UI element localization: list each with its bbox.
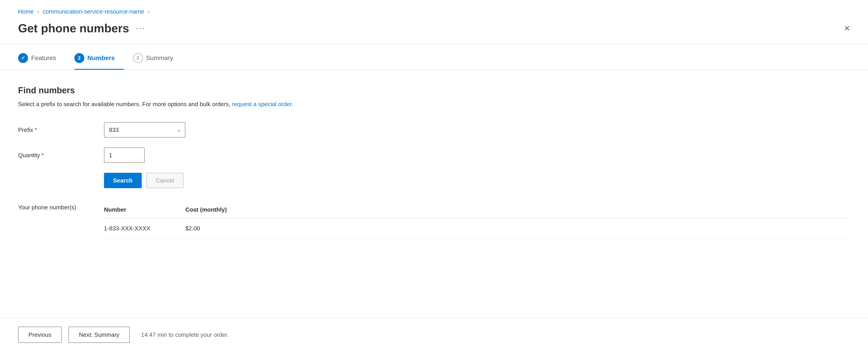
phone-number-cell: 1-833-XXX-XXXX — [104, 225, 185, 232]
find-numbers-description: Select a prefix to search for available … — [18, 100, 850, 109]
prefix-select-wrapper: 833 800 844 855 866 877 888 ⌄ — [104, 122, 185, 137]
breadcrumb-sep-1: › — [37, 9, 39, 15]
phone-cost-cell: $2.00 — [185, 225, 267, 232]
next-summary-button[interactable]: Next: Summary — [68, 327, 130, 343]
tab-summary[interactable]: 3 Summary — [133, 47, 182, 69]
tab-numbers-label: Numbers — [88, 55, 115, 62]
prefix-select[interactable]: 833 800 844 855 866 877 888 — [104, 122, 185, 137]
table-row: 1-833-XXX-XXXX $2.00 — [104, 218, 850, 239]
cancel-button[interactable]: Cancel — [146, 173, 184, 188]
quantity-control — [104, 148, 217, 163]
page-title-left: Get phone numbers ··· — [18, 22, 145, 35]
tab-features-label: Features — [31, 55, 56, 62]
quantity-input[interactable] — [104, 148, 145, 163]
tab-summary-label: Summary — [146, 55, 173, 62]
main-content: Find numbers Select a prefix to search f… — [0, 70, 868, 318]
col-number-header: Number — [104, 206, 185, 213]
header-divider — [0, 44, 868, 44]
tab-numbers-circle: 2 — [74, 53, 84, 63]
phone-numbers-section: Your phone number(s) Number Cost (monthl… — [18, 202, 850, 239]
page-container: Home › communication-service-resource-na… — [0, 0, 868, 351]
find-numbers-desc-plain: Select a prefix to search for available … — [18, 101, 232, 107]
page-title: Get phone numbers — [18, 22, 129, 35]
col-cost-header: Cost (monthly) — [185, 206, 267, 213]
prefix-required: * — [35, 126, 37, 133]
ellipsis-button[interactable]: ··· — [136, 24, 145, 32]
tab-features-circle: ✓ — [18, 53, 28, 63]
footer: Previous Next: Summary 14:47 min to comp… — [0, 318, 868, 351]
prefix-label: Prefix * — [18, 126, 104, 133]
find-numbers-title: Find numbers — [18, 86, 850, 95]
search-button[interactable]: Search — [104, 173, 142, 188]
quantity-label: Quantity * — [18, 152, 104, 159]
breadcrumb-resource[interactable]: communication-service-resource-name — [43, 8, 144, 15]
page-title-row: Get phone numbers ··· × — [18, 22, 850, 35]
quantity-row: Quantity * — [18, 148, 850, 163]
prefix-control: 833 800 844 855 866 877 888 ⌄ — [104, 122, 217, 137]
phone-table-header: Number Cost (monthly) — [104, 202, 850, 218]
tab-numbers-num: 2 — [78, 55, 81, 61]
search-cancel-row: Search Cancel — [104, 173, 850, 188]
close-button[interactable]: × — [844, 23, 850, 33]
tab-features-check: ✓ — [21, 55, 25, 61]
phone-numbers-label: Your phone number(s) — [18, 202, 104, 211]
breadcrumb-home[interactable]: Home — [18, 8, 34, 15]
tab-summary-circle: 3 — [133, 53, 143, 63]
breadcrumb: Home › communication-service-resource-na… — [18, 8, 850, 15]
header: Home › communication-service-resource-na… — [0, 0, 868, 44]
tab-numbers[interactable]: 2 Numbers — [74, 47, 124, 69]
breadcrumb-sep-2: › — [148, 9, 149, 15]
tab-summary-num: 3 — [136, 55, 139, 61]
special-order-link[interactable]: request a special order. — [232, 101, 293, 107]
footer-time-text: 14:47 min to complete your order. — [141, 331, 228, 338]
phone-table: Number Cost (monthly) 1-833-XXX-XXXX $2.… — [104, 202, 850, 239]
phone-numbers-row: Your phone number(s) Number Cost (monthl… — [18, 202, 850, 239]
tab-features[interactable]: ✓ Features — [18, 47, 65, 69]
tabs-container: ✓ Features 2 Numbers 3 Summary — [0, 47, 868, 70]
previous-button[interactable]: Previous — [18, 327, 62, 343]
quantity-required: * — [41, 152, 44, 159]
find-numbers-section: Find numbers Select a prefix to search f… — [18, 86, 850, 188]
prefix-row: Prefix * 833 800 844 855 866 877 888 — [18, 122, 850, 137]
